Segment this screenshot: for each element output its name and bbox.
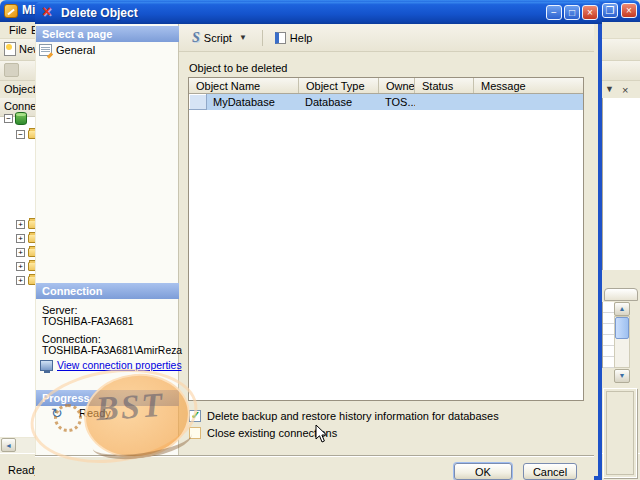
right-panel-collapsed-tab[interactable] (604, 288, 638, 301)
view-connection-properties-link[interactable]: View connection properties (57, 360, 182, 371)
row-selector[interactable] (189, 94, 207, 110)
select-page-header: Select a page (36, 26, 179, 42)
cell-message (474, 94, 583, 110)
right-panel-body (602, 98, 640, 270)
cell-object-name: MyDatabase (207, 94, 299, 110)
check-icon: ✓ (191, 409, 200, 422)
dialog-toolbar: S Script ▼ Help (179, 24, 594, 52)
tree-collapse-toggle[interactable]: − (16, 130, 25, 139)
page-item-general[interactable]: General (39, 44, 95, 56)
connection-label: Connection: (42, 333, 101, 345)
col-message[interactable]: Message (474, 78, 583, 93)
page-item-label: General (56, 44, 95, 56)
right-scrollbar-thumb[interactable] (615, 317, 629, 339)
connection-value: TOSHIBA-FA3A681\AmirReza (42, 345, 182, 356)
progress-header: Progress (36, 390, 179, 406)
delete-object-dialog: × Delete Object − □ × Select a page Gene… (35, 2, 602, 480)
tree-collapse-toggle[interactable]: − (4, 114, 13, 123)
table-row[interactable]: MyDatabase Database TOS... (189, 94, 583, 110)
col-owner[interactable]: Owner (379, 78, 415, 93)
server-node-icon (15, 112, 27, 125)
main-restore-button[interactable]: ❐ (602, 3, 618, 18)
dialog-close-button[interactable]: × (582, 5, 598, 20)
delete-history-label: Delete backup and restore history inform… (207, 410, 499, 422)
connection-properties-icon (40, 360, 53, 371)
dialog-body: Select a page General Connection Server:… (35, 24, 594, 480)
app-icon (4, 4, 18, 18)
cell-owner: TOS... (379, 94, 415, 110)
help-icon (275, 32, 286, 44)
main-close-button[interactable]: × (621, 3, 637, 18)
script-button[interactable]: S Script ▼ (186, 27, 256, 49)
scroll-left-icon[interactable]: ◄ (1, 438, 16, 452)
right-panel-header: ▼ × (602, 82, 640, 98)
scroll-down-icon[interactable]: ▼ (614, 369, 630, 383)
tree-expand-toggle[interactable]: + (16, 262, 25, 271)
close-connections-label: Close existing connections (207, 427, 337, 439)
tree-expand-toggle[interactable]: + (16, 220, 25, 229)
toolbar-separator (262, 30, 263, 46)
script-button-label: Script (204, 32, 232, 44)
tree-horizontal-scrollbar[interactable]: ◄ (0, 438, 36, 453)
script-dropdown-icon[interactable]: ▼ (236, 33, 250, 42)
col-object-type[interactable]: Object Type (299, 78, 379, 93)
cell-object-type: Database (299, 94, 379, 110)
menu-file[interactable]: File (9, 24, 27, 36)
delete-history-checkbox[interactable]: ✓ (189, 410, 201, 422)
dialog-minimize-button[interactable]: − (546, 5, 562, 20)
col-status[interactable]: Status (415, 78, 474, 93)
disabled-tool-icon (4, 63, 19, 77)
dialog-titlebar[interactable]: × Delete Object − □ × (35, 2, 602, 24)
dialog-maximize-button[interactable]: □ (564, 5, 580, 20)
checkbox-row-delete-history: ✓ Delete backup and restore history info… (189, 410, 499, 422)
panel-close-icon[interactable]: × (622, 84, 628, 96)
cell-status (415, 94, 474, 110)
scroll-up-icon[interactable]: ▲ (614, 302, 630, 316)
cancel-button[interactable]: Cancel (523, 463, 577, 480)
server-label: Server: (42, 304, 77, 316)
close-connections-checkbox[interactable]: ✓ (189, 427, 201, 439)
new-query-icon (4, 42, 16, 56)
tree-expand-toggle[interactable]: + (16, 248, 25, 257)
checkbox-row-close-connections: ✓ Close existing connections (189, 427, 337, 439)
help-button-label: Help (290, 32, 313, 44)
help-button[interactable]: Help (269, 29, 319, 47)
delete-object-icon: × (42, 3, 51, 21)
tree-expand-toggle[interactable]: + (16, 234, 25, 243)
tree-expand-toggle[interactable]: + (16, 276, 25, 285)
chevron-down-icon[interactable]: ▼ (605, 84, 614, 94)
section-label: Object to be deleted (189, 62, 287, 74)
right-panel-grid (602, 302, 614, 368)
progress-status: Ready (79, 407, 111, 419)
col-object-name[interactable]: Object Name (189, 78, 299, 93)
progress-spinner-icon: ↻ (51, 405, 63, 421)
grid-header-row: Object Name Object Type Owner Status Mes… (189, 78, 583, 94)
right-panel-bottom (603, 388, 637, 478)
connection-header: Connection (36, 283, 179, 299)
script-icon: S (192, 30, 200, 46)
objects-grid: Object Name Object Type Owner Status Mes… (188, 77, 584, 401)
server-value: TOSHIBA-FA3A681 (42, 316, 134, 327)
screen: Micr ❐ × File E New Object Ex Connect − … (0, 0, 640, 480)
ok-button[interactable]: OK (454, 463, 512, 480)
dialog-footer: OK Cancel (35, 455, 594, 480)
dialog-title: Delete Object (61, 6, 138, 20)
general-page-icon (39, 44, 52, 56)
view-connection-properties-row: View connection properties (40, 360, 182, 371)
right-panel-bottom-inner (606, 391, 634, 475)
